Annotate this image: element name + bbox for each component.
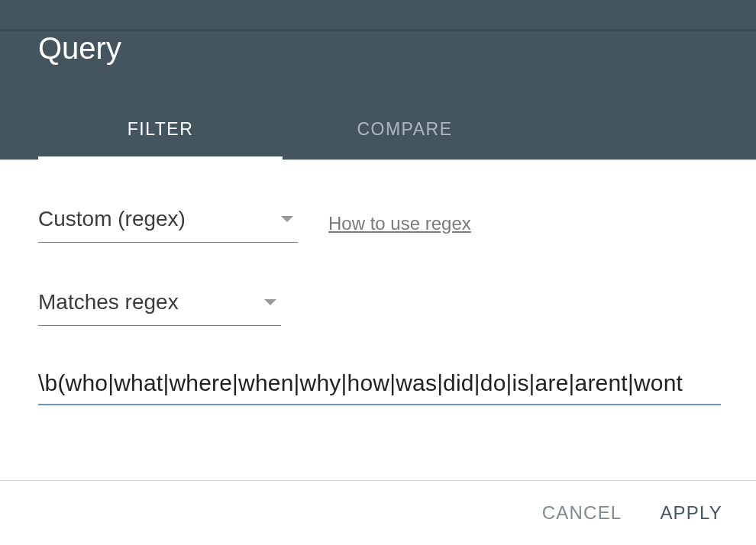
filter-type-label: Custom (regex) (38, 207, 186, 231)
tab-compare[interactable]: COMPARE (283, 102, 527, 160)
regex-input-wrap (38, 370, 721, 405)
chevron-down-icon (264, 299, 276, 305)
chevron-down-icon (281, 216, 293, 222)
regex-help-link[interactable]: How to use regex (328, 213, 471, 234)
match-type-label: Matches regex (38, 290, 179, 314)
filter-type-select[interactable]: Custom (regex) (38, 204, 298, 243)
regex-input[interactable] (38, 370, 721, 396)
dialog-title: Query (0, 31, 756, 102)
tab-filter[interactable]: FILTER (38, 102, 283, 160)
dialog-header: Query FILTER COMPARE (0, 0, 756, 160)
apply-button[interactable]: APPLY (660, 502, 722, 524)
match-type-select[interactable]: Matches regex (38, 287, 281, 326)
tabs: FILTER COMPARE (0, 102, 756, 160)
filter-content: Custom (regex) How to use regex Matches … (0, 160, 756, 443)
dialog-footer: CANCEL APPLY (0, 480, 756, 545)
cancel-button[interactable]: CANCEL (542, 502, 622, 524)
